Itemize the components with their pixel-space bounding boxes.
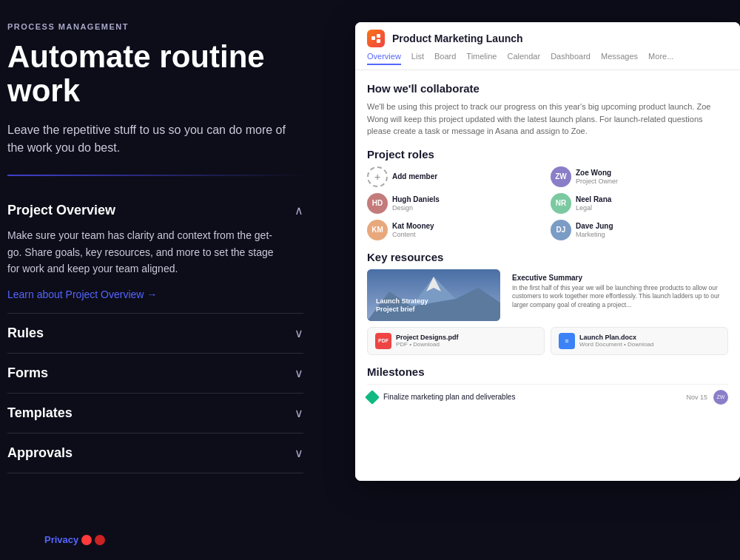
role-item-add-member: +Add member: [367, 166, 545, 187]
accordion-content-project-overview: Make sure your team has clarity and cont…: [7, 218, 303, 312]
role-item-neel-rana: NRNeel RanaLegal: [551, 193, 728, 214]
key-resources-title: Key resources: [367, 251, 728, 263]
roles-grid: +Add memberZWZoe WongProject OwnerHDHugh…: [367, 166, 728, 240]
chevron-project-overview-icon: ∧: [295, 203, 303, 217]
doc-icon: ≡: [559, 333, 575, 349]
avatar-hugh-daniels: HD: [367, 193, 388, 214]
role-title-dave-jung: Marketing: [576, 231, 613, 238]
app-project-title: Product Marketing Launch: [392, 33, 523, 44]
product-screenshot: Product Marketing Launch OverviewListBoa…: [355, 22, 740, 481]
avatar-neel-rana: NR: [551, 193, 571, 214]
collaborate-title: How we'll collaborate: [367, 82, 728, 95]
learn-link-project-overview[interactable]: Learn about Project Overview →: [7, 289, 157, 300]
accordion-desc-project-overview: Make sure your team has clarity and cont…: [7, 227, 281, 277]
accordion-title-rules: Rules: [7, 325, 44, 341]
role-name-add: Add member: [392, 172, 437, 181]
accordion-title-templates: Templates: [7, 405, 73, 421]
app-icon: [367, 30, 385, 47]
accordion-item-templates[interactable]: Templates∨: [7, 394, 303, 434]
nav-item-overview[interactable]: Overview: [367, 52, 401, 65]
pdf-icon: PDF: [375, 333, 391, 349]
collaborate-desc: We'll be using this project to track our…: [367, 101, 728, 138]
chevron-forms-icon: ∨: [295, 366, 303, 380]
project-roles-title: Project roles: [367, 148, 728, 161]
executive-summary-desc: In the first half of this year we will b…: [512, 284, 724, 311]
chevron-rules-icon: ∨: [295, 326, 303, 340]
file-card-launch-plan-docx[interactable]: ≡Launch Plan.docxWord Document • Downloa…: [551, 327, 728, 355]
nav-item-calendar[interactable]: Calendar: [508, 52, 541, 65]
resource-image: Launch Strategy Project brief: [367, 269, 500, 321]
key-resources: Key resources: [367, 251, 728, 355]
svg-rect-1: [377, 34, 380, 38]
file-name: Launch Plan.docx: [579, 334, 653, 342]
accordion-header-forms[interactable]: Forms∨: [7, 365, 303, 381]
sub-text: Leave the repetitive stuff to us so you …: [7, 121, 289, 157]
accordion-item-project-overview[interactable]: Project Overview∧Make sure your team has…: [7, 191, 303, 313]
nav-item-timeline[interactable]: Timeline: [466, 52, 497, 65]
bottom-section: Privacy: [44, 534, 105, 545]
accordion-title-approvals: Approvals: [7, 445, 73, 461]
avatar-kat-mooney: KM: [367, 220, 388, 240]
role-item-zoe-wong: ZWZoe WongProject Owner: [551, 166, 728, 187]
executive-summary-title: Executive Summary: [512, 274, 724, 282]
accordion-item-approvals[interactable]: Approvals∨: [7, 434, 303, 473]
svg-rect-2: [377, 39, 380, 43]
nav-item-board[interactable]: Board: [434, 52, 456, 65]
app-nav: OverviewListBoardTimelineCalendarDashboa…: [367, 52, 728, 70]
milestones-section: Milestones Finalize marketing plan and d…: [367, 365, 728, 410]
role-title-zoe-wong: Project Owner: [576, 178, 618, 185]
role-item-hugh-daniels: HDHugh DanielsDesign: [367, 193, 545, 214]
role-name-dave-jung: Dave Jung: [576, 222, 613, 231]
role-name-kat-mooney: Kat Mooney: [392, 222, 434, 231]
role-name-neel-rana: Neel Rana: [576, 195, 611, 204]
file-cards: PDFProject Designs.pdfPDF • Download≡Lau…: [367, 327, 728, 355]
chevron-approvals-icon: ∨: [295, 446, 303, 460]
privacy-text: Privacy: [44, 534, 78, 545]
role-title-hugh-daniels: Design: [392, 204, 440, 212]
milestone-text: Finalize marketing plan and deliverables: [383, 393, 680, 401]
chevron-templates-icon: ∨: [295, 406, 303, 420]
nav-item-messages[interactable]: Messages: [601, 52, 638, 65]
file-card-project-designs-pdf[interactable]: PDFProject Designs.pdfPDF • Download: [367, 327, 545, 355]
role-item-kat-mooney: KMKat MooneyContent: [367, 220, 545, 240]
accordion-header-templates[interactable]: Templates∨: [7, 405, 303, 421]
accordion-header-approvals[interactable]: Approvals∨: [7, 445, 303, 461]
accordion-title-forms: Forms: [7, 365, 48, 381]
milestone-diamond-icon: [365, 390, 380, 405]
accordion-header-rules[interactable]: Rules∨: [7, 325, 303, 341]
nav-item-more---[interactable]: More...: [648, 52, 673, 65]
main-heading: Automate routine work: [7, 40, 311, 108]
milestone-item: Finalize marketing plan and deliverables…: [367, 384, 728, 410]
role-title-neel-rana: Legal: [576, 204, 611, 212]
accordion-item-rules[interactable]: Rules∨: [7, 314, 303, 354]
accordion-title-project-overview: Project Overview: [7, 203, 115, 218]
milestones-container: Finalize marketing plan and deliverables…: [367, 384, 728, 410]
svg-rect-0: [371, 36, 375, 40]
resource-text-panel: Executive Summary In the first half of t…: [508, 269, 728, 321]
avatar-zoe-wong: ZW: [551, 166, 571, 187]
file-name: Project Designs.pdf: [396, 334, 459, 342]
dot-red: [81, 535, 92, 545]
app-header: Product Marketing Launch OverviewListBoa…: [355, 22, 740, 70]
milestones-title: Milestones: [367, 365, 728, 378]
left-panel: PROCESS MANAGEMENT Automate routine work…: [0, 0, 333, 560]
role-title-kat-mooney: Content: [392, 231, 434, 238]
role-item-dave-jung: DJDave JungMarketing: [551, 220, 728, 240]
avatar-dave-jung: DJ: [551, 220, 571, 240]
project-roles: Project roles +Add memberZWZoe WongProje…: [367, 148, 728, 240]
app-body: How we'll collaborate We'll be using thi…: [355, 70, 740, 481]
role-name-zoe-wong: Zoe Wong: [576, 169, 618, 178]
nav-item-dashboard[interactable]: Dashboard: [551, 52, 591, 65]
resource-card-launch: Launch Strategy Project brief: [367, 269, 500, 321]
resource-label-strategy: Launch Strategy: [376, 297, 428, 306]
nav-item-list[interactable]: List: [411, 52, 424, 65]
accordion-item-forms[interactable]: Forms∨: [7, 354, 303, 394]
resource-label-brief: Project brief: [376, 306, 428, 314]
accordion-header-project-overview[interactable]: Project Overview∧: [7, 203, 303, 218]
milestone-avatar: ZW: [713, 390, 728, 405]
divider: [7, 175, 303, 176]
add-member-button[interactable]: +: [367, 166, 388, 187]
file-meta: Word Document • Download: [579, 341, 653, 348]
file-meta: PDF • Download: [396, 341, 459, 348]
role-name-hugh-daniels: Hugh Daniels: [392, 195, 440, 204]
